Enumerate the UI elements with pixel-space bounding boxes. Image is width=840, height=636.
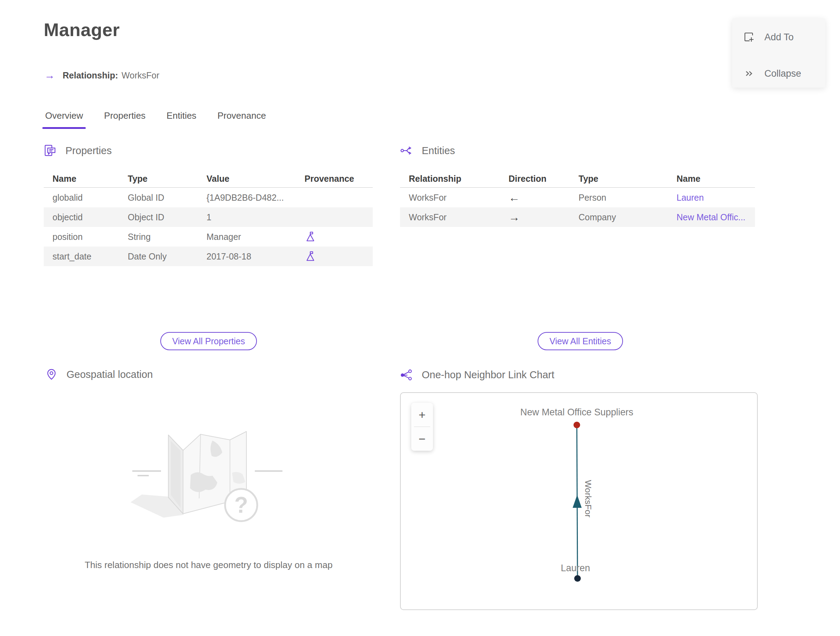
table-row: WorksFor ← Person Lauren	[400, 188, 755, 207]
tab-provenance[interactable]: Provenance	[216, 110, 267, 129]
link-chart-section-title: One-hop Neighbor Link Chart	[422, 369, 554, 381]
col-type: Type	[579, 174, 677, 184]
entities-section-heading: Entities	[400, 144, 455, 157]
prop-value: 1	[207, 212, 305, 222]
edge-label: WorksFor	[583, 480, 593, 517]
source-node-label: Lauren	[561, 563, 590, 573]
geospatial-section-heading: Geospatial location	[46, 369, 153, 380]
col-value: Value	[207, 174, 305, 184]
no-geometry-message: This relationship does not have geometry…	[85, 560, 333, 571]
collapse-label: Collapse	[764, 68, 801, 79]
prop-type: Object ID	[128, 212, 207, 222]
prop-value: Manager	[207, 232, 305, 242]
prop-provenance	[305, 250, 373, 262]
entities-icon	[400, 144, 413, 157]
tab-overview[interactable]: Overview	[44, 110, 84, 129]
prop-value: {1A9DB2B6-D482...	[207, 193, 305, 203]
properties-table: Name Type Value Provenance globalid Glob…	[44, 170, 373, 266]
col-relationship: Relationship	[409, 174, 508, 184]
geospatial-section-title: Geospatial location	[66, 369, 153, 380]
quick-actions-card: Add To Collapse	[732, 18, 825, 87]
view-all-entities-button[interactable]: View All Entities	[538, 332, 623, 350]
tab-entities[interactable]: Entities	[165, 110, 198, 129]
relationship-type-label: Relationship:	[63, 70, 118, 81]
properties-section-title: Properties	[65, 145, 112, 157]
link-chart-panel: + − New Metal Office Suppliers WorksFor …	[400, 392, 758, 610]
col-name: Name	[52, 174, 128, 184]
table-row: WorksFor → Company New Metal Offic...	[400, 207, 755, 227]
prop-provenance	[305, 231, 373, 243]
entity-name-link[interactable]: Lauren	[677, 193, 755, 203]
table-row: position String Manager	[44, 227, 373, 247]
prop-name: objectid	[52, 212, 128, 222]
target-node[interactable]	[574, 422, 580, 428]
prop-name: position	[52, 232, 128, 242]
direction-left-arrow: ←	[508, 191, 579, 204]
view-all-properties-button[interactable]: View All Properties	[160, 332, 257, 350]
provenance-flag-icon[interactable]	[305, 231, 316, 243]
relationship-type-value: WorksFor	[122, 70, 159, 81]
zoom-in-button[interactable]: +	[411, 403, 433, 427]
map-pin-icon	[46, 369, 57, 380]
link-chart-canvas[interactable]: New Metal Office Suppliers WorksFor Laur…	[401, 393, 757, 609]
entities-section-title: Entities	[422, 145, 455, 157]
relationship-arrow-icon: →	[44, 70, 55, 81]
entity-name-link[interactable]: New Metal Offic...	[677, 212, 755, 222]
direction-right-arrow: →	[508, 211, 579, 224]
link-chart-icon	[400, 369, 413, 381]
prop-type: String	[128, 232, 207, 242]
target-node-label: New Metal Office Suppliers	[521, 407, 633, 418]
entity-relationship: WorksFor	[409, 193, 508, 203]
entity-type: Person	[579, 193, 677, 203]
zoom-out-button[interactable]: −	[411, 427, 433, 451]
add-to-label: Add To	[764, 32, 794, 43]
table-row: globalid Global ID {1A9DB2B6-D482...	[44, 188, 373, 207]
properties-table-header: Name Type Value Provenance	[44, 170, 373, 188]
prop-name: globalid	[52, 193, 128, 203]
entities-table: Relationship Direction Type Name WorksFo…	[400, 170, 755, 227]
entities-table-header: Relationship Direction Type Name	[400, 170, 755, 188]
prop-type: Global ID	[128, 193, 207, 203]
detail-tabs: Overview Properties Entities Provenance	[44, 110, 267, 129]
table-row: objectid Object ID 1	[44, 207, 373, 227]
entity-relationship: WorksFor	[409, 212, 508, 222]
properties-section-heading: Properties	[44, 144, 112, 157]
link-chart-section-heading: One-hop Neighbor Link Chart	[400, 369, 554, 381]
col-name: Name	[677, 174, 755, 184]
table-row: start_date Date Only 2017-08-18	[44, 247, 373, 266]
source-node[interactable]	[574, 575, 581, 582]
svg-text:?: ?	[234, 492, 248, 517]
collapse-chevrons-icon	[743, 67, 755, 80]
col-direction: Direction	[508, 174, 579, 184]
col-provenance: Provenance	[305, 174, 373, 184]
add-to-icon	[743, 31, 755, 43]
col-type: Type	[128, 174, 207, 184]
prop-type: Date Only	[128, 252, 207, 262]
relationship-type-subtitle: → Relationship: WorksFor	[44, 70, 159, 81]
relationship-detail-page: Manager → Relationship: WorksFor Add To	[0, 0, 840, 636]
edge-arrowhead	[573, 495, 582, 508]
entity-type: Company	[579, 212, 677, 222]
add-to-button[interactable]: Add To	[743, 31, 794, 43]
page-title: Manager	[44, 19, 120, 40]
prop-name: start_date	[52, 252, 128, 262]
properties-icon	[44, 144, 56, 157]
prop-value: 2017-08-18	[207, 252, 305, 262]
provenance-flag-icon[interactable]	[305, 250, 316, 262]
map-placeholder-illustration: ?	[72, 413, 345, 560]
tab-properties[interactable]: Properties	[103, 110, 147, 129]
zoom-control: + −	[411, 403, 433, 451]
collapse-button[interactable]: Collapse	[743, 67, 801, 80]
